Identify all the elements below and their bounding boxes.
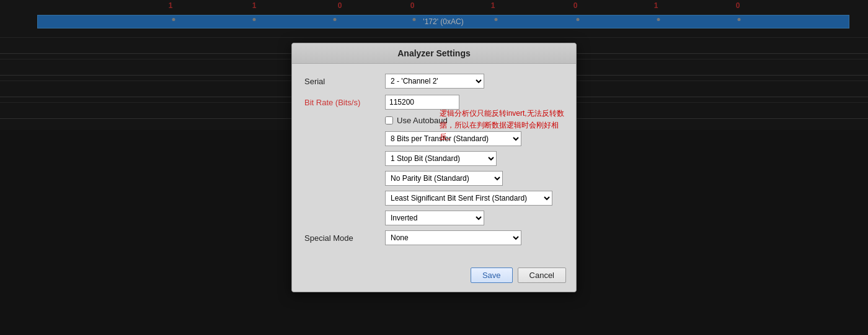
- serial-control: 2 - 'Channel 2': [385, 74, 564, 89]
- autobaud-checkbox[interactable]: [385, 116, 393, 124]
- dialog-body: Serial 2 - 'Channel 2' Bit Rate (Bits/s)…: [292, 64, 576, 261]
- cancel-button[interactable]: Cancel: [518, 268, 566, 283]
- save-button[interactable]: Save: [471, 268, 513, 283]
- analyzer-settings-dialog: Analyzer Settings Serial 2 - 'Channel 2'…: [291, 43, 577, 292]
- stop-bit-row: 1 Stop Bit (Standard): [304, 151, 564, 166]
- stop-bit-select[interactable]: 1 Stop Bit (Standard): [385, 151, 497, 166]
- special-mode-control: None: [385, 230, 564, 245]
- bitrate-label: Bit Rate (Bits/s): [304, 98, 385, 107]
- serial-label: Serial: [304, 77, 385, 86]
- parity-row: No Parity Bit (Standard): [304, 171, 564, 186]
- special-mode-row: Special Mode None: [304, 230, 564, 245]
- special-mode-label: Special Mode: [304, 233, 385, 243]
- serial-select[interactable]: 2 - 'Channel 2': [385, 74, 484, 89]
- bit-order-select[interactable]: Least Significant Bit Sent First (Standa…: [385, 191, 552, 206]
- dialog-title: Analyzer Settings: [292, 43, 576, 64]
- special-mode-select[interactable]: None: [385, 230, 521, 245]
- settings-group: 1 Stop Bit (Standard) No Parity Bit (Sta…: [304, 151, 564, 225]
- invert-row: Non-Inverted (Standard) Inverted: [304, 211, 564, 225]
- parity-select[interactable]: No Parity Bit (Standard): [385, 171, 503, 186]
- tooltip-note: 逻辑分析仪只能反转invert,无法反转数据，所以在判断数据逻辑时会刚好相反。: [440, 108, 570, 144]
- invert-select[interactable]: Non-Inverted (Standard) Inverted: [385, 211, 484, 225]
- dialog-overlay: Analyzer Settings Serial 2 - 'Channel 2'…: [0, 0, 868, 335]
- bit-order-row: Least Significant Bit Sent First (Standa…: [304, 191, 564, 206]
- serial-row: Serial 2 - 'Channel 2': [304, 74, 564, 89]
- dialog-footer: Save Cancel: [292, 261, 576, 292]
